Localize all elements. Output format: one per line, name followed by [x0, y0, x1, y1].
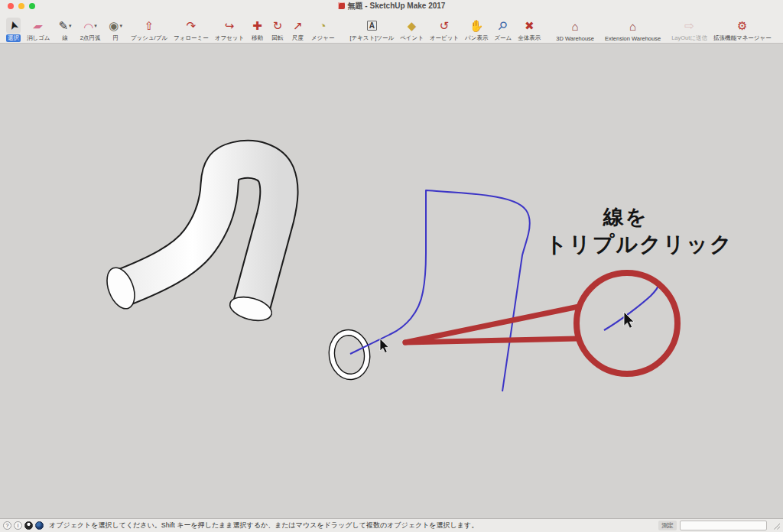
tool-label: オフセット [215, 34, 244, 42]
tool-label: 選択 [6, 34, 21, 42]
move-icon: ✚ [252, 20, 262, 31]
tool-extension-manager[interactable]: ⚙拡張機能マネージャー [713, 18, 772, 42]
tool-push-pull[interactable]: ⇧プッシュ/プル [131, 18, 167, 42]
tool-tape-measure[interactable]: ◔メジャー [311, 18, 335, 42]
drawing-canvas[interactable]: 線を トリプルクリック [0, 44, 783, 518]
tool-iconbox: ⇧ [142, 18, 157, 34]
send-to-layout-icon: ⇨ [684, 20, 694, 31]
pencil-icon: ✎ [59, 20, 69, 31]
resize-grip[interactable] [772, 522, 780, 530]
tool-iconbox: ⌂ [570, 18, 581, 34]
tool-zoom-extents[interactable]: ✖全体表示 [518, 18, 541, 42]
tool-iconbox: ✎▾ [57, 18, 74, 34]
tool-zoom-magnifier[interactable]: ⚲ズーム [494, 18, 512, 42]
account-icon[interactable] [24, 521, 33, 530]
3d-warehouse-icon: ⌂ [572, 21, 579, 32]
tool-label: ズーム [494, 34, 512, 42]
tool-iconbox: ⚲ [496, 18, 509, 34]
dropdown-caret-icon[interactable]: ▾ [94, 23, 97, 29]
tool-iconbox: ↪ [223, 18, 237, 34]
tool-label: プッシュ/プル [131, 34, 167, 42]
paint-bucket-icon: ◆ [408, 20, 417, 31]
zoom-extents-icon: ✖ [525, 20, 534, 31]
offset-icon: ↪ [225, 20, 235, 31]
dropdown-caret-icon[interactable]: ▾ [119, 23, 122, 29]
tool-follow-me[interactable]: ↷フォローミー [174, 18, 209, 42]
tool-select-arrow[interactable]: ➤選択 [6, 18, 21, 42]
tool-scale[interactable]: ↗尺度 [291, 18, 305, 42]
tool-label: フォローミー [174, 34, 209, 42]
tool-iconbox: ◠▾ [81, 18, 99, 34]
tool-extension-warehouse[interactable]: ⌂Extension Warehouse [605, 18, 661, 42]
tool-send-to-layout: ⇨LayOutに送信 [671, 18, 707, 42]
arc-icon: ◠ [83, 21, 93, 33]
tool-paint-bucket[interactable]: ◆ペイント [400, 18, 424, 42]
rotate-icon: ↻ [273, 20, 283, 31]
titlebar: 無題 - SketchUp Make 2017 [0, 0, 783, 11]
tool-label: メジャー [311, 34, 335, 42]
tool-iconbox: ✋ [467, 18, 486, 34]
tool-label: 拡張機能マネージャー [713, 34, 772, 42]
tool-pan-hand[interactable]: ✋パン表示 [465, 18, 488, 42]
tool-iconbox: ↺ [437, 18, 452, 34]
tool-iconbox: ⚙ [735, 18, 749, 34]
dropdown-caret-icon[interactable]: ▾ [69, 23, 72, 29]
highlight-ring[interactable] [326, 327, 373, 382]
tape-measure-icon: ◔ [320, 20, 327, 31]
tool-label: オービット [430, 34, 459, 42]
window-title: 無題 - SketchUp Make 2017 [338, 1, 446, 11]
callout-wedge [405, 307, 579, 342]
close-button[interactable] [8, 3, 14, 9]
select-arrow-icon: ➤ [6, 19, 20, 32]
pan-hand-icon: ✋ [469, 20, 484, 31]
tool-circle[interactable]: ◉▾円 [106, 18, 125, 42]
tool-label: 3D Warehouse [556, 35, 594, 42]
tool-label: ペイント [400, 34, 424, 42]
fullscreen-button[interactable] [29, 3, 35, 9]
tool-label: 移動 [252, 34, 263, 42]
tool-label: 2点円弧 [80, 34, 101, 42]
sketchup-window: 無題 - SketchUp Make 2017 ➤選択▰消しゴム✎▾線◠▾2点円… [0, 0, 783, 532]
tool-label: パン表示 [465, 34, 488, 42]
tool-iconbox: A [365, 18, 379, 34]
minimize-button[interactable] [18, 3, 24, 9]
tool-rotate[interactable]: ↻回転 [271, 18, 285, 42]
tool-arc[interactable]: ◠▾2点円弧 [80, 18, 101, 42]
tool-iconbox: ✖ [522, 18, 537, 34]
statusbar: ? i オブジェクトを選択してください。Shift キーを押したまま選択するか、… [0, 518, 783, 532]
tool-offset[interactable]: ↪オフセット [215, 18, 244, 42]
tool-orbit[interactable]: ↺オービット [430, 18, 459, 42]
tool-iconbox: ⇨ [682, 18, 697, 34]
tool-eraser[interactable]: ▰消しゴム [27, 18, 50, 42]
pipe-3d-model[interactable] [102, 159, 279, 324]
info-icon[interactable]: i [14, 521, 22, 530]
sketch-edge-blue-line[interactable] [350, 190, 530, 391]
tool-label: 尺度 [292, 34, 304, 42]
tool-text-tool[interactable]: A[テキスト]ツール [349, 18, 394, 42]
tool-iconbox: ↻ [271, 18, 285, 34]
tool-label: LayOutに送信 [671, 34, 707, 42]
tool-label: 全体表示 [518, 34, 541, 42]
tool-iconbox: ➤ [6, 18, 21, 34]
tool-label: 消しゴム [27, 34, 50, 42]
tool-pencil[interactable]: ✎▾線 [57, 18, 74, 42]
tool-3d-warehouse[interactable]: ⌂3D Warehouse [556, 18, 594, 42]
scale-icon: ↗ [293, 20, 303, 31]
help-icon[interactable]: ? [3, 521, 11, 530]
tool-move[interactable]: ✚移動 [250, 18, 265, 42]
tool-label: 円 [112, 34, 119, 42]
sketchup-logo-icon [338, 2, 345, 9]
tool-iconbox: ◔ [317, 18, 329, 34]
measurements-input[interactable] [680, 521, 767, 530]
window-title-text: 無題 - SketchUp Make 2017 [348, 1, 446, 11]
measurements-area: 測定 [658, 521, 780, 530]
magnified-blue-line [604, 284, 659, 330]
follow-me-icon: ↷ [187, 20, 197, 31]
annotation-line2: トリプルクリック [545, 232, 733, 256]
measurements-label: 測定 [658, 521, 677, 530]
extension-manager-icon: ⚙ [737, 20, 747, 31]
geolocation-icon[interactable] [35, 521, 44, 530]
tool-iconbox: ↷ [184, 18, 199, 34]
text-tool-icon: A [367, 21, 377, 31]
traffic-lights [8, 3, 35, 9]
